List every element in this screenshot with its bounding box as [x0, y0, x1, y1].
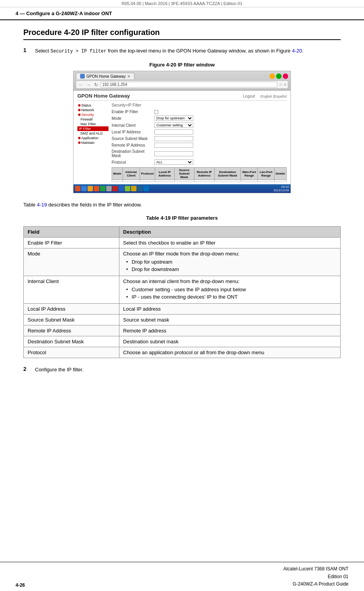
- param-table-header-field: Field: [24, 226, 119, 237]
- language-selector[interactable]: English |Español: [261, 94, 287, 98]
- main-content: Procedure 4-20 IP filter configuration 1…: [0, 28, 364, 396]
- figure-caption: Figure 4-20 IP filter window: [23, 62, 341, 68]
- menu-icon[interactable]: ≡: [284, 82, 286, 87]
- sidebar-item-security[interactable]: Security: [77, 112, 108, 117]
- taskbar-icon-10: [131, 186, 136, 191]
- col-source-subnet: Source Subnet Mask: [174, 168, 194, 180]
- star-icon[interactable]: ☆: [279, 82, 282, 87]
- col-local-ip: Local IP Address: [155, 168, 175, 180]
- gpon-header: GPON Home Gateway Logout English |Españo…: [77, 93, 287, 101]
- step-2-text: Configure the IP filter.: [35, 366, 84, 374]
- table-row: Local IP Address Local IP address: [24, 303, 341, 314]
- col-protocol: Protocol: [140, 168, 155, 180]
- col-wan-port: Wan-Port Range: [241, 168, 258, 180]
- dest-subnet-input[interactable]: [154, 151, 193, 156]
- taskbar-icons: [75, 186, 149, 191]
- taskbar-icon-1: [75, 186, 80, 191]
- sidebar-item-firewall[interactable]: Firewall: [77, 117, 108, 122]
- mode-option-2: Drop for downstream: [126, 266, 336, 273]
- footer-product: Alcatel-Lucent 7368 ISAM ONT: [284, 565, 348, 573]
- taskbar-icon-5: [100, 186, 105, 191]
- sidebar-item-network[interactable]: Network: [77, 108, 108, 112]
- source-subnet-input[interactable]: [154, 136, 193, 141]
- enable-ip-filter-checkbox[interactable]: [154, 110, 158, 114]
- col-remote-ip: Remote IP Address: [194, 168, 214, 180]
- tab-close-icon: ✕: [127, 74, 130, 79]
- reload-icon[interactable]: ↻: [93, 82, 99, 87]
- browser-tab: GPON Home Gateway ✕: [76, 73, 135, 79]
- close-icon[interactable]: [283, 73, 288, 79]
- maintain-dot-icon: [78, 142, 80, 144]
- col-delete: Delete: [274, 168, 286, 180]
- remote-ip-input[interactable]: [154, 143, 193, 148]
- address-bar[interactable]: 192.168.1.254: [100, 82, 277, 87]
- taskbar-icon-8: [119, 186, 124, 191]
- taskbar-icon-2: [81, 186, 87, 191]
- field-source-subnet: Source Subnet Mask: [24, 314, 119, 325]
- menu-path: Security > IP filter: [51, 49, 107, 54]
- field-protocol: Protocol: [24, 347, 119, 358]
- source-subnet-label: Source Subnet Mask: [112, 136, 154, 141]
- mode-label: Mode: [112, 116, 154, 121]
- taskbar-icon-12: [144, 186, 149, 191]
- desc-mode: Choose an IP filter mode from the drop-d…: [119, 248, 340, 276]
- table-ref-link[interactable]: 4-19: [37, 202, 47, 208]
- security-dot-icon: [78, 114, 80, 116]
- back-icon[interactable]: ←: [78, 82, 84, 87]
- dest-subnet-label: Destination Subnet Mask: [112, 149, 154, 158]
- protocol-select[interactable]: ALL TCP UDP: [154, 159, 193, 165]
- table-row: Destination Subnet Mask Destination subn…: [24, 336, 341, 347]
- sidebar-item-maintain[interactable]: Maintain: [77, 140, 108, 145]
- step-1-text: Select Security > IP filter from the top…: [35, 47, 303, 55]
- browser-tab-icon: [80, 74, 85, 79]
- gpon-sidebar: Status Network Security: [77, 103, 108, 182]
- mode-option-1: Drop for upstream: [126, 258, 336, 266]
- desc-internal-client: Choose an internal client from the drop-…: [119, 276, 340, 303]
- gpon-content: GPON Home Gateway Logout English |Españo…: [74, 91, 290, 184]
- doc-id: R05.04.00 | March 2016 | 3FE-45933-AAAA-…: [122, 1, 243, 6]
- chapter-title: 4 — Configure a G-240WZ-A indoor ONT: [16, 10, 112, 16]
- sidebar-item-application[interactable]: Application: [77, 136, 108, 140]
- internal-client-select[interactable]: Customer setting IP: [154, 122, 193, 128]
- enable-ip-filter-label: Enable IP Filter: [112, 110, 154, 114]
- local-ip-input[interactable]: [154, 129, 193, 135]
- maximize-icon[interactable]: [276, 73, 282, 79]
- sidebar-item-ipfilter[interactable]: IP Filter: [77, 126, 108, 131]
- taskbar-icon-7: [112, 186, 118, 191]
- forward-icon[interactable]: →: [86, 82, 92, 87]
- local-ip-label: Local IP Address: [112, 130, 154, 134]
- table-row: Protocol Choose an application protocol …: [24, 347, 341, 358]
- table-row: Source Subnet Mask Source subnet mask: [24, 314, 341, 325]
- chapter-header: 4 — Configure a G-240WZ-A indoor ONT: [0, 7, 364, 20]
- internal-client-bullet-list: Customer setting - uses the IP address i…: [126, 286, 336, 301]
- sidebar-item-status[interactable]: Status: [77, 103, 108, 108]
- gpon-title: GPON Home Gateway: [77, 93, 130, 99]
- field-enable-ip-filter: Enable IP Filter: [24, 237, 119, 248]
- browser-win-controls: [270, 73, 288, 79]
- field-internal-client: Internal Client: [24, 276, 119, 303]
- col-internal-client: Internal Client: [122, 168, 140, 180]
- logout-button[interactable]: Logout: [243, 94, 255, 98]
- sidebar-item-macfilter[interactable]: Mac Filter: [77, 122, 108, 126]
- sidebar-item-dmz[interactable]: DMZ and ALG: [77, 131, 108, 136]
- internal-client-option-1: Customer setting - uses the IP address i…: [126, 286, 336, 294]
- footer-guide: G-240WZ-A Product Guide: [284, 581, 348, 588]
- status-dot-icon: [78, 104, 80, 107]
- mode-select[interactable]: Drop for upstream Drop for downstream: [154, 115, 193, 121]
- form-row-internal-client: Internal Client Customer setting IP: [112, 122, 287, 128]
- col-lan-port: Lan-Port Range: [258, 168, 275, 180]
- internal-client-option-2: IP - uses the connecting devices' IP to …: [126, 293, 336, 301]
- taskbar-icon-4: [94, 186, 99, 191]
- desc-local-ip: Local IP address: [119, 303, 340, 314]
- form-row-enable-ip-filter: Enable IP Filter: [112, 110, 287, 114]
- figure-ref-link[interactable]: 4-20: [292, 48, 302, 54]
- gpon-body: Status Network Security: [77, 103, 287, 182]
- desc-remote-ip: Remote IP address: [119, 325, 340, 336]
- application-dot-icon: [78, 137, 80, 139]
- minimize-icon[interactable]: [270, 73, 275, 79]
- taskbar-clock: 23:10 2013/12/28: [273, 185, 289, 192]
- form-row-mode: Mode Drop for upstream Drop for downstre…: [112, 115, 287, 121]
- network-dot-icon: [78, 109, 80, 111]
- taskbar-icon-11: [137, 186, 143, 191]
- browser-toolbar: ← → ↻ 192.168.1.254 ☆ ≡: [76, 80, 288, 89]
